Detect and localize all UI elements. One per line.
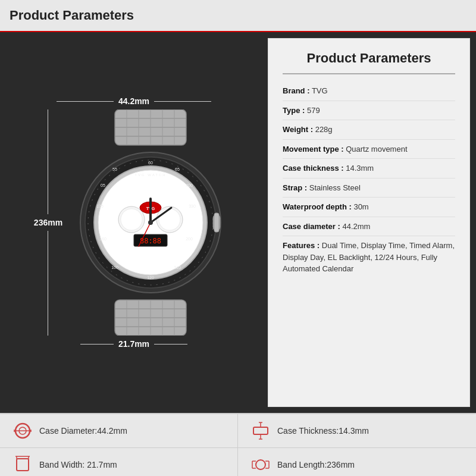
left-panel: 44.2mm 236mm [0,32,268,413]
dimension-bottom-line-right [154,344,187,345]
case-diameter-icon [12,420,33,441]
svg-point-34 [148,220,153,225]
dimension-top: 44.2mm [57,96,211,106]
svg-text:05: 05 [101,183,105,187]
svg-text:110: 110 [174,265,181,270]
svg-text:160: 160 [99,237,107,241]
param-row-waterproof: Waterproof depth : 30m [283,198,455,217]
param-row-features: Features : Dual Time, Display Time, Time… [283,236,455,278]
svg-rect-36 [214,213,219,232]
band-width-label: Band Width: 21.7mm [39,460,117,469]
svg-text:55: 55 [112,167,117,171]
dimension-bottom-label: 21.7mm [114,339,154,349]
band-length-icon [250,454,271,475]
case-diameter-label: Case Diameter:44.2mm [39,426,127,436]
case-thickness-icon [250,420,271,441]
param-label-brand: Brand : [283,86,310,95]
param-value-type: 579 [307,106,320,115]
right-panel: Product Parameters Brand : TVG Type : 57… [268,38,470,407]
param-label-type: Type : [283,106,305,115]
header-title: Product Parameters [10,8,134,23]
param-label-thickness: Case thickness : [283,164,344,173]
svg-point-24 [121,209,142,230]
svg-rect-60 [17,459,29,471]
param-row-weight: Weight : 228g [283,120,455,140]
header: Product Parameters [0,0,476,32]
dimension-left-line-top [48,109,48,214]
dimension-top-label: 44.2mm [114,96,154,106]
param-label-weight: Weight : [283,125,313,134]
dimension-left: 236mm [34,109,62,336]
svg-text:120: 120 [147,275,154,280]
band-width-icon [12,454,33,475]
param-label-waterproof: Waterproof depth : [283,202,352,211]
bottom-item-band-width: Band Width: 21.7mm [0,448,238,476]
param-row-diameter: Case diameter : 44.2mm [283,217,455,237]
param-row-movement: Movement type : Quartz movement [283,140,455,159]
dimension-left-label: 236mm [34,214,62,231]
main-content: 44.2mm 236mm [0,32,476,413]
params-title: Product Parameters [283,51,455,74]
param-value-weight: 228g [315,125,333,134]
svg-text:175: 175 [96,204,104,208]
param-row-brand: Brand : TVG [283,82,455,101]
watch-illustration: 88:88 TVG 60 [67,109,234,336]
dimension-top-line-left [57,101,114,102]
dimension-left-line-bottom [48,231,48,336]
svg-text:100: 100 [111,265,118,270]
svg-text:60: 60 [148,161,153,165]
svg-text:65: 65 [175,167,180,171]
bottom-bar: Case Diameter:44.2mm Case Thickness:14.3… [0,413,476,476]
param-row-type: Type : 579 [283,101,455,121]
param-label-strap: Strap : [283,183,307,192]
svg-text:330: 330 [189,204,196,208]
svg-text:200: 200 [186,237,193,241]
param-value-movement: Quartz movement [346,145,407,154]
watch-row: 236mm [34,109,234,336]
svg-rect-55 [253,427,268,434]
param-value-waterproof: 30m [353,202,368,211]
param-value-diameter: 44.2mm [342,222,370,231]
param-value-brand: TVG [312,86,328,95]
svg-text:400: 400 [186,183,193,187]
param-value-thickness: 14.3mm [346,164,374,173]
watch-svg: 88:88 TVG 60 [67,109,234,336]
svg-text:TVG WATCH: TVG WATCH [134,173,166,177]
param-label-movement: Movement type : [283,145,344,154]
bottom-item-band-length: Band Length:236mm [238,448,476,476]
dimension-top-line-right [154,101,211,102]
bottom-item-case-thickness: Case Thickness:14.3mm [238,414,476,448]
param-row-thickness: Case thickness : 14.3mm [283,159,455,178]
svg-point-64 [256,460,265,469]
bottom-item-case-diameter: Case Diameter:44.2mm [0,414,238,448]
param-value-strap: Stainless Steel [309,183,361,192]
param-label-features: Features : [283,241,320,250]
svg-point-26 [159,209,180,230]
dimension-bottom: 21.7mm [80,339,187,349]
band-length-label: Band Length:236mm [277,460,355,469]
case-thickness-label: Case Thickness:14.3mm [277,426,369,436]
param-row-strap: Strap : Stainless Steel [283,178,455,198]
param-label-diameter: Case diameter : [283,222,340,231]
dimension-bottom-line-left [80,344,114,345]
